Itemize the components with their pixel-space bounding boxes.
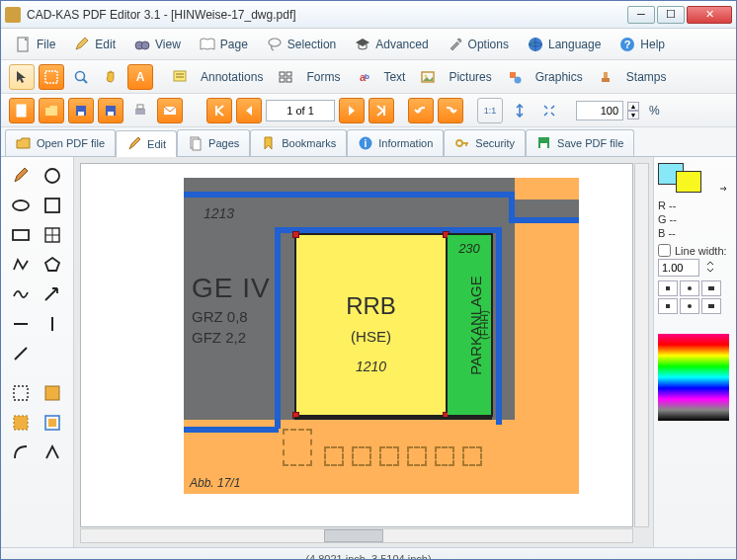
menu-page[interactable]: Page bbox=[193, 33, 254, 56]
select-area-tool[interactable] bbox=[39, 64, 64, 90]
circle-tool[interactable] bbox=[39, 163, 66, 189]
arrow-tool[interactable] bbox=[39, 281, 66, 307]
email-button[interactable] bbox=[157, 98, 183, 123]
tab-pages[interactable]: Pages bbox=[177, 129, 250, 156]
fit-vertical-button[interactable] bbox=[507, 98, 532, 123]
line-tool[interactable] bbox=[7, 341, 35, 366]
vertical-scrollbar[interactable] bbox=[634, 163, 649, 527]
brush-tool[interactable] bbox=[7, 163, 35, 189]
annotations-group[interactable]: Annotations bbox=[167, 64, 269, 90]
marquee-tool[interactable] bbox=[7, 380, 35, 406]
new-file-button[interactable] bbox=[9, 98, 35, 123]
fill-shape-tool[interactable] bbox=[39, 380, 66, 406]
tab-save-pdf[interactable]: Save PDF file bbox=[526, 129, 634, 156]
fit-11-button[interactable]: 1:1 bbox=[477, 98, 503, 123]
undo-button[interactable] bbox=[408, 98, 434, 123]
tab-bookmarks[interactable]: Bookmarks bbox=[250, 129, 347, 156]
color-swatch-bg[interactable] bbox=[676, 171, 701, 193]
swap-colors-icon[interactable] bbox=[718, 183, 730, 197]
vline-tool[interactable] bbox=[39, 311, 66, 337]
zoom-tool[interactable] bbox=[68, 64, 94, 90]
join-2[interactable] bbox=[680, 298, 699, 314]
stamps-group[interactable]: Stamps bbox=[593, 64, 673, 90]
save-as-button[interactable] bbox=[98, 98, 123, 123]
menu-file[interactable]: File bbox=[9, 33, 61, 56]
menu-advanced[interactable]: Advanced bbox=[348, 33, 434, 56]
tab-security[interactable]: Security bbox=[444, 129, 526, 156]
document-viewport[interactable]: 1213 GE IV GRZ 0,8 GFZ 2,2 RRB (HSE) 121… bbox=[80, 163, 633, 527]
line-width-input[interactable] bbox=[658, 259, 699, 277]
ge-block: GE IV GRZ 0,8 GFZ 2,2 bbox=[192, 273, 271, 346]
line-width-stepper[interactable] bbox=[703, 259, 717, 277]
line-width-checkbox[interactable] bbox=[658, 244, 671, 257]
svg-rect-55 bbox=[14, 416, 28, 430]
ellipse-tool[interactable] bbox=[7, 193, 35, 218]
menu-help[interactable]: ?Help bbox=[613, 33, 671, 56]
grid-tool[interactable] bbox=[39, 222, 66, 248]
curve-tool[interactable] bbox=[7, 281, 35, 307]
svg-rect-53 bbox=[14, 386, 28, 400]
b-value: B -- bbox=[658, 226, 732, 240]
toolbar-tools: A Annotations Forms abText Pictures Grap… bbox=[1, 60, 736, 94]
cap-3[interactable] bbox=[701, 280, 721, 296]
text-group[interactable]: abText bbox=[350, 64, 411, 90]
tab-edit[interactable]: Edit bbox=[116, 130, 177, 157]
zoom-down[interactable]: ▼ bbox=[627, 111, 639, 120]
redo-button[interactable] bbox=[438, 98, 463, 123]
last-page-button[interactable] bbox=[368, 98, 394, 123]
horizontal-scrollbar[interactable] bbox=[80, 528, 633, 543]
zoom-up[interactable]: ▲ bbox=[627, 102, 639, 111]
tab-open-pdf[interactable]: Open PDF file bbox=[5, 129, 116, 156]
fit-page-button[interactable] bbox=[536, 98, 562, 123]
minimize-button[interactable]: ─ bbox=[627, 6, 655, 24]
save-button[interactable] bbox=[68, 98, 94, 123]
rectangle-tool[interactable] bbox=[7, 222, 35, 248]
zoom-input[interactable] bbox=[576, 101, 623, 120]
maximize-button[interactable]: ☐ bbox=[657, 6, 685, 24]
close-button[interactable]: ✕ bbox=[687, 6, 732, 24]
pointer-tool[interactable] bbox=[9, 64, 35, 90]
marquee-fill-tool[interactable] bbox=[7, 410, 35, 436]
open-file-button[interactable] bbox=[39, 98, 64, 123]
color-picker[interactable] bbox=[658, 334, 729, 421]
resize-handle[interactable] bbox=[292, 231, 299, 238]
figure-label: Abb. 17/1 bbox=[190, 476, 240, 490]
join-1[interactable] bbox=[658, 298, 678, 314]
print-button[interactable] bbox=[127, 98, 153, 123]
forms-icon bbox=[278, 69, 293, 85]
menu-options[interactable]: Options bbox=[441, 33, 515, 56]
cap-2[interactable] bbox=[680, 280, 699, 296]
first-page-button[interactable] bbox=[206, 98, 232, 123]
highlight-tool[interactable]: A bbox=[127, 64, 153, 90]
pictures-group[interactable]: Pictures bbox=[415, 64, 497, 90]
hline-tool[interactable] bbox=[7, 311, 35, 337]
pencil-icon bbox=[73, 36, 91, 53]
menu-edit[interactable]: Edit bbox=[67, 33, 122, 56]
svg-line-52 bbox=[15, 348, 27, 360]
arc-tool[interactable] bbox=[7, 440, 35, 465]
next-page-button[interactable] bbox=[339, 98, 365, 123]
join-3[interactable] bbox=[701, 298, 721, 314]
forms-group[interactable]: Forms bbox=[273, 64, 346, 90]
svg-rect-7 bbox=[45, 71, 57, 83]
graphics-group[interactable]: Graphics bbox=[502, 64, 589, 90]
cap-1[interactable] bbox=[658, 280, 678, 296]
angle-tool[interactable] bbox=[39, 440, 66, 465]
page-input[interactable] bbox=[266, 100, 335, 121]
menu-language[interactable]: Language bbox=[521, 33, 607, 56]
svg-rect-57 bbox=[48, 419, 56, 427]
menu-view[interactable]: View bbox=[127, 33, 187, 56]
properties-panel: R -- G -- B -- Line width: bbox=[653, 157, 736, 547]
polygon-tool[interactable] bbox=[39, 252, 66, 278]
hand-tool[interactable] bbox=[98, 64, 123, 90]
svg-rect-26 bbox=[17, 105, 26, 117]
menu-selection[interactable]: Selection bbox=[260, 33, 342, 56]
polyline-tool[interactable] bbox=[7, 252, 35, 278]
svg-point-44 bbox=[13, 200, 29, 210]
yellow-parcel[interactable]: RRB (HSE) 1210 bbox=[294, 233, 448, 417]
svg-text:i: i bbox=[365, 138, 368, 149]
tab-information[interactable]: iInformation bbox=[347, 129, 444, 156]
shape-alt-tool[interactable] bbox=[39, 410, 66, 436]
square-tool[interactable] bbox=[39, 193, 66, 218]
prev-page-button[interactable] bbox=[236, 98, 262, 123]
